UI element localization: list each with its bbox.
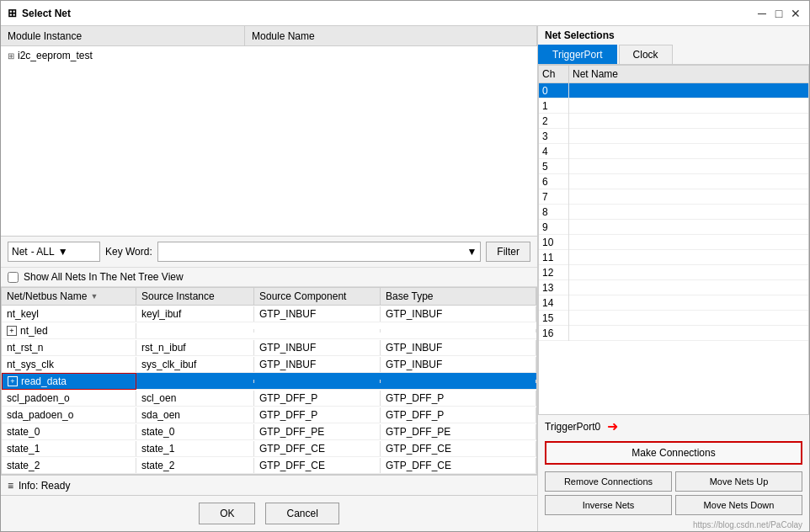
inverse-nets-button[interactable]: Inverse Nets (545, 495, 672, 515)
show-all-nets-label: Show All Nets In The Net Tree View (24, 271, 184, 283)
channel-row-7[interactable]: 7 (539, 189, 808, 205)
channel-row-3[interactable]: 3 (539, 129, 808, 144)
keyword-label: Key Word: (105, 246, 152, 258)
content-area: Module Instance Module Name ⊞ i2c_eeprom… (1, 26, 809, 531)
ch-header: Ch (539, 66, 569, 82)
net-label: Net (12, 246, 28, 258)
net-selections-title: Net Selections (538, 26, 809, 45)
minimize-button[interactable]: ─ (755, 7, 769, 20)
module-table: Module Instance Module Name ⊞ i2c_eeprom… (1, 26, 537, 237)
module-table-header: Module Instance Module Name (1, 26, 537, 46)
channel-row-2[interactable]: 2 (539, 114, 808, 129)
red-arrow-right: ➜ (607, 418, 618, 434)
channel-row-9[interactable]: 9 (539, 220, 808, 235)
show-all-nets-checkbox[interactable] (8, 272, 19, 283)
title-bar-controls: ─ □ ✕ (755, 7, 802, 20)
net-row[interactable]: nt_rst_n rst_n_ibuf GTP_INBUF GTP_INBUF (2, 339, 536, 356)
move-nets-down-button[interactable]: Move Nets Down (675, 495, 802, 515)
keyword-dropdown-icon: ▼ (466, 246, 477, 258)
channel-row-6[interactable]: 6 (539, 174, 808, 189)
channel-row-16[interactable]: 16 (539, 326, 808, 341)
net-row[interactable]: state_2 state_2 GTP_DFF_CE GTP_DFF_CE (2, 457, 536, 474)
source-component-header: Source Component (254, 288, 381, 305)
status-bar: ≡ Info: Ready (1, 475, 537, 495)
keyword-input[interactable] (162, 246, 467, 258)
filter-button[interactable]: Filter (486, 242, 530, 262)
source-instance-header: Source Instance (136, 288, 254, 305)
net-table: Net/Netbus Name ▼ Source Instance Source… (1, 287, 537, 475)
right-panel: Net Selections TriggerPort Clock Ch Net … (538, 26, 809, 531)
channel-table-header: Ch Net Name (539, 66, 808, 83)
channel-row-1[interactable]: 1 (539, 98, 808, 114)
trigger-port-area: TriggerPort0 ➜ (538, 415, 809, 438)
channel-row-15[interactable]: 15 (539, 311, 808, 326)
move-nets-up-button[interactable]: Move Nets Up (675, 471, 802, 492)
net-row[interactable]: state_1 state_1 GTP_DFF_CE GTP_DFF_CE (2, 440, 536, 457)
net-name-header: Net/Netbus Name ▼ (2, 288, 136, 305)
net-value: - ALL (31, 246, 55, 258)
title-bar: ⊞ Select Net ─ □ ✕ (1, 1, 809, 26)
cancel-button[interactable]: Cancel (265, 503, 338, 524)
title-bar-left: ⊞ Select Net (8, 7, 71, 19)
module-instance-value: i2c_eeprom_test (18, 50, 93, 61)
channel-row-14[interactable]: 14 (539, 295, 808, 311)
remove-connections-button[interactable]: Remove Connections (545, 471, 672, 492)
net-select[interactable]: Net - ALL ▼ (8, 242, 100, 262)
module-name-header: Module Name (245, 26, 537, 45)
channel-row-0[interactable]: 0 (539, 83, 808, 98)
selected-net-row[interactable]: ➤ + read_data (2, 373, 536, 390)
net-row[interactable]: sda_padoen_o sda_oen GTP_DFF_P GTP_DFF_P (2, 407, 536, 423)
channel-row-4[interactable]: 4 (539, 144, 808, 159)
net-name-ch-header: Net Name (569, 66, 808, 82)
expand-icon: ⊞ (8, 51, 14, 61)
expand-icon: + (8, 376, 18, 386)
channel-row-12[interactable]: 12 (539, 265, 808, 280)
bottom-buttons: OK Cancel (1, 495, 537, 531)
tab-clock[interactable]: Clock (619, 45, 673, 64)
close-button[interactable]: ✕ (789, 7, 802, 20)
net-row[interactable]: nt_sys_clk sys_clk_ibuf GTP_INBUF GTP_IN… (2, 356, 536, 373)
channel-table: Ch Net Name 0 1 2 3 (538, 65, 809, 415)
net-table-header: Net/Netbus Name ▼ Source Instance Source… (2, 288, 536, 306)
filter-area: Net - ALL ▼ Key Word: ▼ Filter (1, 237, 537, 268)
net-row[interactable]: nt_keyl keyl_ibuf GTP_INBUF GTP_INBUF (2, 306, 536, 322)
checkbox-row: Show All Nets In The Net Tree View (1, 268, 537, 287)
maximize-button[interactable]: □ (772, 7, 786, 20)
channel-row-11[interactable]: 11 (539, 250, 808, 265)
expand-icon: + (7, 326, 17, 336)
main-window: ⊞ Select Net ─ □ ✕ Module Instance Modul… (0, 0, 810, 532)
sort-icon: ▼ (90, 292, 98, 301)
tabs-row: TriggerPort Clock (538, 45, 809, 65)
make-connections-button[interactable]: Make Connections (545, 441, 802, 465)
trigger-port-label: TriggerPort0 (545, 421, 600, 433)
window-icon: ⊞ (8, 7, 17, 19)
module-instance-header: Module Instance (1, 26, 245, 45)
channel-row-8[interactable]: 8 (539, 205, 808, 220)
tab-triggerport[interactable]: TriggerPort (538, 45, 617, 64)
watermark: https://blog.csdn.net/PaColay (538, 519, 809, 531)
status-text: Info: Ready (19, 480, 70, 492)
module-row[interactable]: ⊞ i2c_eeprom_test (1, 46, 537, 65)
channel-row-13[interactable]: 13 (539, 280, 808, 295)
net-row[interactable]: scl_padoen_o scl_oen GTP_DFF_P GTP_DFF_P (2, 390, 536, 407)
ok-button[interactable]: OK (199, 503, 255, 524)
net-row[interactable]: state_0 state_0 GTP_DFF_PE GTP_DFF_PE (2, 423, 536, 440)
channel-row-5[interactable]: 5 (539, 159, 808, 174)
left-panel: Module Instance Module Name ⊞ i2c_eeprom… (1, 26, 538, 531)
bottom-right-buttons: Remove Connections Move Nets Up Inverse … (538, 468, 809, 519)
window-title: Select Net (22, 8, 71, 19)
keyword-input-wrap: ▼ (157, 242, 482, 262)
net-row[interactable]: +nt_led (2, 322, 536, 339)
channel-row-10[interactable]: 10 (539, 235, 808, 250)
net-dropdown-icon: ▼ (58, 246, 68, 258)
base-type-header: Base Type (381, 288, 536, 305)
status-icon: ≡ (8, 480, 13, 492)
